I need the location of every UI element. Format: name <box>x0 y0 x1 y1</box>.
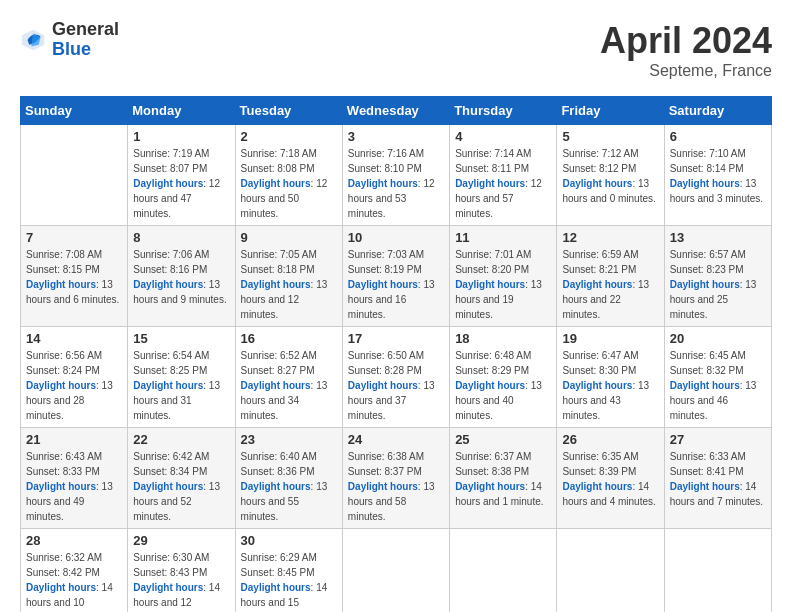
sunrise-text: Sunrise: 7:14 AM <box>455 146 551 161</box>
sunset-text: Sunset: 8:25 PM <box>133 363 229 378</box>
sunset-text: Sunset: 8:34 PM <box>133 464 229 479</box>
cell-info: Sunrise: 7:12 AMSunset: 8:12 PMDaylight … <box>562 146 658 206</box>
cell-info: Sunrise: 6:48 AMSunset: 8:29 PMDaylight … <box>455 348 551 423</box>
cell-info: Sunrise: 6:29 AMSunset: 8:45 PMDaylight … <box>241 550 337 612</box>
daylight-label: Daylight hours <box>670 380 740 391</box>
calendar-cell: 26Sunrise: 6:35 AMSunset: 8:39 PMDayligh… <box>557 428 664 529</box>
daylight-text: Daylight hours: 13 hours and 49 minutes. <box>26 479 122 524</box>
sunrise-text: Sunrise: 7:05 AM <box>241 247 337 262</box>
calendar-cell: 28Sunrise: 6:32 AMSunset: 8:42 PMDayligh… <box>21 529 128 613</box>
logo-text: General Blue <box>52 20 119 60</box>
calendar-cell: 22Sunrise: 6:42 AMSunset: 8:34 PMDayligh… <box>128 428 235 529</box>
calendar-week-row: 28Sunrise: 6:32 AMSunset: 8:42 PMDayligh… <box>21 529 772 613</box>
daylight-label: Daylight hours <box>348 178 418 189</box>
calendar-cell: 15Sunrise: 6:54 AMSunset: 8:25 PMDayligh… <box>128 327 235 428</box>
logo-general: General <box>52 20 119 40</box>
month-year: April 2024 <box>600 20 772 62</box>
daylight-text: Daylight hours: 13 hours and 58 minutes. <box>348 479 444 524</box>
sunset-text: Sunset: 8:36 PM <box>241 464 337 479</box>
cell-info: Sunrise: 7:03 AMSunset: 8:19 PMDaylight … <box>348 247 444 322</box>
day-number: 17 <box>348 331 444 346</box>
sunset-text: Sunset: 8:20 PM <box>455 262 551 277</box>
day-number: 6 <box>670 129 766 144</box>
col-header-wednesday: Wednesday <box>342 97 449 125</box>
daylight-text: Daylight hours: 14 hours and 7 minutes. <box>670 479 766 509</box>
day-number: 25 <box>455 432 551 447</box>
cell-info: Sunrise: 6:54 AMSunset: 8:25 PMDaylight … <box>133 348 229 423</box>
day-number: 4 <box>455 129 551 144</box>
calendar-cell: 1Sunrise: 7:19 AMSunset: 8:07 PMDaylight… <box>128 125 235 226</box>
daylight-label: Daylight hours <box>670 481 740 492</box>
sunset-text: Sunset: 8:42 PM <box>26 565 122 580</box>
day-number: 29 <box>133 533 229 548</box>
cell-info: Sunrise: 7:19 AMSunset: 8:07 PMDaylight … <box>133 146 229 221</box>
sunrise-text: Sunrise: 7:03 AM <box>348 247 444 262</box>
daylight-label: Daylight hours <box>133 582 203 593</box>
day-number: 15 <box>133 331 229 346</box>
logo-blue: Blue <box>52 40 119 60</box>
sunset-text: Sunset: 8:43 PM <box>133 565 229 580</box>
daylight-label: Daylight hours <box>455 481 525 492</box>
calendar-table: SundayMondayTuesdayWednesdayThursdayFrid… <box>20 96 772 612</box>
calendar-header-row: SundayMondayTuesdayWednesdayThursdayFrid… <box>21 97 772 125</box>
day-number: 13 <box>670 230 766 245</box>
day-number: 1 <box>133 129 229 144</box>
sunset-text: Sunset: 8:08 PM <box>241 161 337 176</box>
daylight-label: Daylight hours <box>562 178 632 189</box>
daylight-label: Daylight hours <box>26 279 96 290</box>
daylight-text: Daylight hours: 13 hours and 55 minutes. <box>241 479 337 524</box>
calendar-cell <box>557 529 664 613</box>
day-number: 18 <box>455 331 551 346</box>
day-number: 21 <box>26 432 122 447</box>
calendar-cell: 6Sunrise: 7:10 AMSunset: 8:14 PMDaylight… <box>664 125 771 226</box>
daylight-label: Daylight hours <box>241 380 311 391</box>
cell-info: Sunrise: 6:59 AMSunset: 8:21 PMDaylight … <box>562 247 658 322</box>
calendar-week-row: 7Sunrise: 7:08 AMSunset: 8:15 PMDaylight… <box>21 226 772 327</box>
daylight-text: Daylight hours: 13 hours and 3 minutes. <box>670 176 766 206</box>
sunrise-text: Sunrise: 6:48 AM <box>455 348 551 363</box>
daylight-text: Daylight hours: 14 hours and 10 minutes. <box>26 580 122 612</box>
sunrise-text: Sunrise: 7:18 AM <box>241 146 337 161</box>
daylight-text: Daylight hours: 13 hours and 37 minutes. <box>348 378 444 423</box>
day-number: 19 <box>562 331 658 346</box>
daylight-label: Daylight hours <box>670 178 740 189</box>
calendar-cell: 14Sunrise: 6:56 AMSunset: 8:24 PMDayligh… <box>21 327 128 428</box>
calendar-cell: 2Sunrise: 7:18 AMSunset: 8:08 PMDaylight… <box>235 125 342 226</box>
daylight-label: Daylight hours <box>26 380 96 391</box>
sunrise-text: Sunrise: 6:52 AM <box>241 348 337 363</box>
daylight-text: Daylight hours: 14 hours and 1 minute. <box>455 479 551 509</box>
calendar-cell: 25Sunrise: 6:37 AMSunset: 8:38 PMDayligh… <box>450 428 557 529</box>
day-number: 3 <box>348 129 444 144</box>
daylight-label: Daylight hours <box>241 582 311 593</box>
title-block: April 2024 Septeme, France <box>600 20 772 80</box>
daylight-label: Daylight hours <box>133 178 203 189</box>
cell-info: Sunrise: 6:38 AMSunset: 8:37 PMDaylight … <box>348 449 444 524</box>
daylight-label: Daylight hours <box>562 380 632 391</box>
cell-info: Sunrise: 6:57 AMSunset: 8:23 PMDaylight … <box>670 247 766 322</box>
logo: General Blue <box>20 20 119 60</box>
day-number: 28 <box>26 533 122 548</box>
calendar-cell: 20Sunrise: 6:45 AMSunset: 8:32 PMDayligh… <box>664 327 771 428</box>
cell-info: Sunrise: 7:01 AMSunset: 8:20 PMDaylight … <box>455 247 551 322</box>
sunset-text: Sunset: 8:12 PM <box>562 161 658 176</box>
day-number: 16 <box>241 331 337 346</box>
cell-info: Sunrise: 6:30 AMSunset: 8:43 PMDaylight … <box>133 550 229 612</box>
daylight-label: Daylight hours <box>562 279 632 290</box>
sunset-text: Sunset: 8:24 PM <box>26 363 122 378</box>
cell-info: Sunrise: 7:14 AMSunset: 8:11 PMDaylight … <box>455 146 551 221</box>
sunrise-text: Sunrise: 7:10 AM <box>670 146 766 161</box>
day-number: 8 <box>133 230 229 245</box>
day-number: 7 <box>26 230 122 245</box>
cell-info: Sunrise: 6:50 AMSunset: 8:28 PMDaylight … <box>348 348 444 423</box>
day-number: 22 <box>133 432 229 447</box>
day-number: 11 <box>455 230 551 245</box>
day-number: 9 <box>241 230 337 245</box>
sunrise-text: Sunrise: 6:37 AM <box>455 449 551 464</box>
calendar-cell: 3Sunrise: 7:16 AMSunset: 8:10 PMDaylight… <box>342 125 449 226</box>
cell-info: Sunrise: 7:08 AMSunset: 8:15 PMDaylight … <box>26 247 122 307</box>
daylight-label: Daylight hours <box>133 380 203 391</box>
calendar-cell: 16Sunrise: 6:52 AMSunset: 8:27 PMDayligh… <box>235 327 342 428</box>
cell-info: Sunrise: 6:56 AMSunset: 8:24 PMDaylight … <box>26 348 122 423</box>
sunset-text: Sunset: 8:27 PM <box>241 363 337 378</box>
sunrise-text: Sunrise: 7:06 AM <box>133 247 229 262</box>
